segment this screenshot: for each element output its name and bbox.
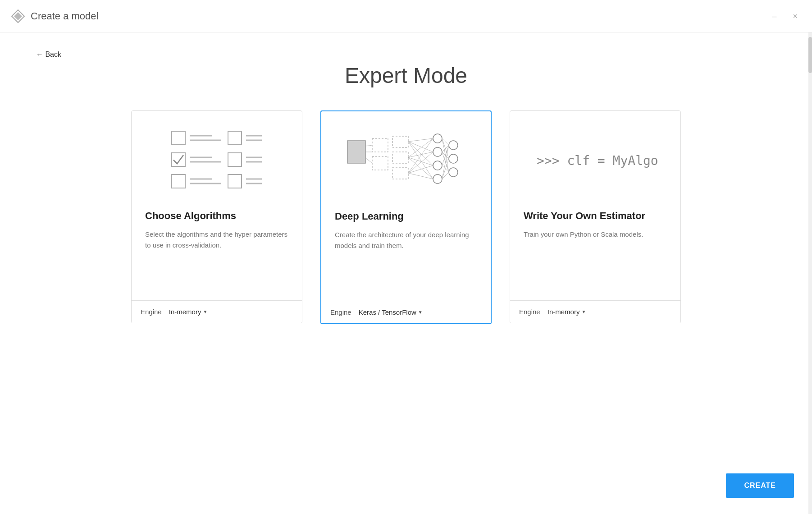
svg-point-32 [449,168,458,177]
svg-line-44 [408,173,433,179]
create-button[interactable]: CREATE [726,473,794,498]
card-footer-3: Engine In-memory ▼ [510,300,680,323]
svg-point-27 [433,147,442,156]
svg-line-39 [408,157,433,165]
card-body-3: >>> clf = MyAlgo() Write Your Own Estima… [510,111,680,300]
title-bar: Create a model – × [0,0,812,32]
close-button[interactable]: × [789,10,801,22]
engine-value-2[interactable]: Keras / TensorFlow ▼ [359,308,423,316]
svg-point-30 [449,141,458,150]
card-deep-learning[interactable]: Deep Learning Create the architecture of… [320,110,492,324]
app-icon [11,9,25,23]
card-body-2: Deep Learning Create the architecture of… [321,111,491,301]
illustration-deep-learning [335,125,477,197]
card-desc-2: Create the architecture of your deep lea… [335,229,477,251]
engine-label-1: Engine [141,308,162,316]
engine-label-3: Engine [519,308,540,316]
scroll-track[interactable] [808,32,812,514]
svg-line-36 [408,142,433,179]
card-footer-1: Engine In-memory ▼ [132,300,302,323]
svg-line-41 [408,138,433,173]
engine-dropdown-arrow-3[interactable]: ▼ [581,309,586,314]
svg-line-34 [408,142,433,152]
title-bar-left: Create a model [11,9,98,23]
card-title-1: Choose Algorithms [145,210,288,222]
svg-rect-11 [228,153,242,166]
svg-rect-14 [172,174,185,188]
card-desc-3: Train your own Python or Scala models. [524,229,667,240]
card-desc-1: Select the algorithms and the hyper para… [145,229,288,251]
svg-line-42 [408,152,433,173]
card-title-3: Write Your Own Estimator [524,210,667,222]
card-write-estimator[interactable]: >>> clf = MyAlgo() Write Your Own Estima… [510,110,681,323]
svg-rect-24 [392,152,408,163]
svg-point-28 [433,161,442,170]
svg-rect-5 [228,131,242,145]
illustration-algorithms [145,124,288,197]
svg-rect-8 [172,153,185,166]
svg-line-47 [365,158,372,163]
svg-line-45 [365,145,372,146]
card-title-2: Deep Learning [335,211,477,222]
scroll-thumb[interactable] [808,37,812,73]
svg-point-26 [433,134,442,143]
cards-container: Choose Algorithms Select the algorithms … [36,110,776,324]
engine-value-3[interactable]: In-memory ▼ [547,308,586,316]
illustration-estimator: >>> clf = MyAlgo() [524,124,667,197]
card-choose-algorithms[interactable]: Choose Algorithms Select the algorithms … [131,110,302,323]
svg-rect-25 [392,168,408,179]
back-button[interactable]: ← Back [36,50,61,59]
card-body-1: Choose Algorithms Select the algorithms … [132,111,302,300]
svg-point-29 [433,174,442,184]
svg-point-31 [449,154,458,163]
page-title: Expert Mode [36,63,776,88]
engine-value-1[interactable]: In-memory ▼ [169,308,208,316]
engine-label-2: Engine [330,308,351,316]
engine-dropdown-arrow-2[interactable]: ▼ [418,310,423,315]
main-content: ← Back Expert Mode [0,32,812,342]
svg-rect-2 [172,131,185,145]
title-bar-right: – × [768,10,801,22]
window-title: Create a model [31,10,98,22]
svg-rect-22 [372,156,388,170]
svg-line-35 [408,142,433,165]
svg-rect-21 [372,138,388,152]
card-footer-2: Engine Keras / TensorFlow ▼ [321,301,491,323]
svg-text:>>> clf = MyAlgo(): >>> clf = MyAlgo() [537,153,658,168]
svg-rect-17 [228,174,242,188]
svg-rect-20 [347,141,365,163]
engine-dropdown-arrow-1[interactable]: ▼ [203,309,207,314]
svg-rect-23 [392,136,408,147]
minimize-button[interactable]: – [768,10,780,22]
svg-line-43 [408,165,433,173]
